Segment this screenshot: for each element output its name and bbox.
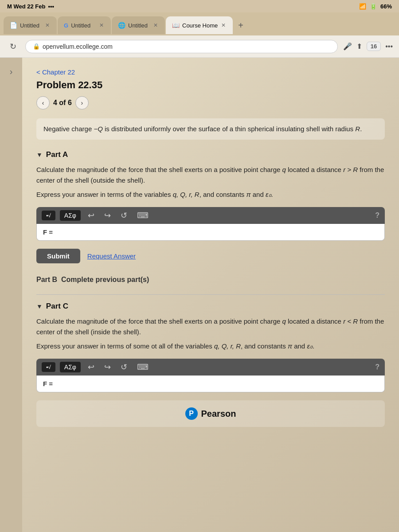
reload-button[interactable]: ↻ (6, 40, 20, 53)
part-c-keyboard-button[interactable]: ⌨ (134, 361, 151, 373)
url-field[interactable]: 🔒 openvellum.ecollege.com (25, 40, 338, 53)
part-c-answer-label: F = (43, 380, 53, 387)
tab-bar: 📄 Untitled ✕ G Untitled ✕ 🌐 Untitled ✕ 📖… (0, 12, 399, 35)
part-c-express: Express your answer in terms of some ot … (36, 341, 385, 352)
part-c-title: Part C (46, 302, 68, 311)
part-c-header: ▼ Part C (36, 302, 385, 311)
status-day: M Wed 22 Feb (7, 3, 45, 10)
sidebar-chevron-icon[interactable]: › (10, 66, 13, 77)
part-a-header: ▼ Part A (36, 150, 385, 159)
part-a-redo-button[interactable]: ↪ (102, 210, 113, 221)
tab-label-4: Course Home (182, 22, 218, 29)
part-a-express: Express your answer in terms of the vari… (36, 189, 385, 200)
tab-untitled-1[interactable]: 📄 Untitled ✕ (4, 16, 57, 34)
tab-icon-3: 🌐 (118, 22, 125, 29)
part-c-symbol-button[interactable]: AΣφ (60, 362, 81, 372)
part-a-help-button[interactable]: ? (375, 211, 379, 219)
tab-count-badge[interactable]: 16 (367, 42, 381, 51)
tab-label-3: Untitled (128, 22, 150, 29)
section-divider (36, 294, 385, 295)
pearson-name: Pearson (201, 409, 236, 419)
address-bar: ↻ 🔒 openvellum.ecollege.com 🎤 ⬆ 16 ••• (0, 35, 399, 58)
tab-close-4[interactable]: ✕ (220, 21, 227, 29)
tab-icon-2: G (64, 22, 68, 29)
pearson-logo-letter: P (189, 410, 194, 418)
part-c-help-button[interactable]: ? (375, 363, 379, 371)
part-a-symbol-button[interactable]: AΣφ (60, 210, 81, 221)
new-tab-button[interactable]: + (234, 18, 248, 32)
wifi-icon: 📶 (359, 3, 366, 10)
sidebar: › (0, 58, 22, 532)
part-c-description: Calculate the magnitude of the force tha… (36, 316, 385, 337)
pearson-footer: P Pearson (36, 400, 385, 427)
matrix-icon: ▪√ (46, 212, 51, 219)
part-c-matrix-icon: ▪√ (46, 364, 51, 370)
tab-close-1[interactable]: ✕ (44, 21, 51, 29)
part-a-title: Part A (46, 150, 68, 159)
part-c-undo-button[interactable]: ↩ (85, 361, 97, 373)
part-a-answer-row: F = (36, 224, 385, 241)
status-bar: M Wed 22 Feb ••• 📶 🔋 66% (0, 0, 399, 12)
part-a-refresh-button[interactable]: ↺ (118, 210, 130, 221)
part-c-matrix-button[interactable]: ▪√ (42, 362, 55, 372)
part-c-answer-input[interactable] (57, 380, 378, 387)
tab-g-untitled[interactable]: G Untitled ✕ (58, 16, 111, 34)
part-a-keyboard-button[interactable]: ⌨ (134, 210, 151, 221)
battery-icon: 🔋 (370, 3, 377, 10)
tab-label-1: Untitled (20, 22, 42, 29)
part-b-title: Part B (36, 276, 57, 283)
lock-icon: 🔒 (33, 43, 40, 50)
part-a-submit-row: Submit Request Answer (36, 249, 385, 263)
submit-button[interactable]: Submit (36, 249, 80, 263)
tab-icon-1: 📄 (10, 22, 17, 29)
prev-page-button[interactable]: ‹ (36, 96, 50, 110)
next-page-button[interactable]: › (75, 96, 89, 110)
url-text: openvellum.ecollege.com (43, 43, 113, 50)
part-a-toggle[interactable]: ▼ (36, 151, 43, 158)
part-a-answer-input[interactable] (57, 228, 378, 236)
problem-statement: Negative charge −Q is distributed unifor… (36, 118, 385, 140)
part-c-refresh-button[interactable]: ↺ (118, 361, 130, 373)
symbol-label: AΣφ (64, 212, 76, 219)
page-indicator: 4 of 6 (53, 99, 72, 107)
microphone-icon[interactable]: 🎤 (343, 42, 352, 51)
part-a-undo-button[interactable]: ↩ (85, 210, 97, 221)
tab-close-3[interactable]: ✕ (153, 21, 159, 29)
pagination: ‹ 4 of 6 › (36, 96, 385, 110)
more-options-icon[interactable]: ••• (385, 43, 393, 51)
part-c-answer-row: F = (36, 376, 385, 392)
part-b-section: Part B Complete previous part(s) (36, 276, 385, 284)
content-area: < Chapter 22 Problem 22.35 ‹ 4 of 6 › Ne… (22, 58, 399, 532)
part-b-desc: Complete previous part(s) (59, 276, 149, 283)
share-icon[interactable]: ⬆ (356, 42, 362, 51)
pearson-logo: P (185, 407, 198, 420)
part-c-symbol-label: AΣφ (64, 364, 76, 371)
part-a-description: Calculate the magnitude of the force tha… (36, 164, 385, 186)
part-c-redo-button[interactable]: ↪ (102, 361, 113, 373)
problem-title: Problem 22.35 (36, 79, 385, 91)
tab-icon-4: 📖 (172, 22, 180, 29)
tab-untitled-3[interactable]: 🌐 Untitled ✕ (112, 16, 165, 34)
tab-course-home[interactable]: 📖 Course Home ✕ (166, 16, 233, 34)
part-a-matrix-button[interactable]: ▪√ (42, 211, 55, 220)
wifi-dots: ••• (48, 3, 54, 10)
request-answer-link[interactable]: Request Answer (87, 252, 136, 260)
tab-close-2[interactable]: ✕ (98, 21, 105, 29)
main-content: › < Chapter 22 Problem 22.35 ‹ 4 of 6 › … (0, 58, 399, 532)
tab-label-2: Untitled (71, 22, 96, 29)
part-c-equation-toolbar: ▪√ AΣφ ↩ ↪ ↺ ⌨ ? (36, 359, 385, 376)
battery-label: 66% (380, 3, 392, 10)
part-c-toggle[interactable]: ▼ (36, 303, 43, 310)
chapter-link[interactable]: < Chapter 22 (36, 68, 75, 76)
part-a-answer-label: F = (43, 228, 53, 236)
part-a-equation-toolbar: ▪√ AΣφ ↩ ↪ ↺ ⌨ ? (36, 207, 385, 224)
